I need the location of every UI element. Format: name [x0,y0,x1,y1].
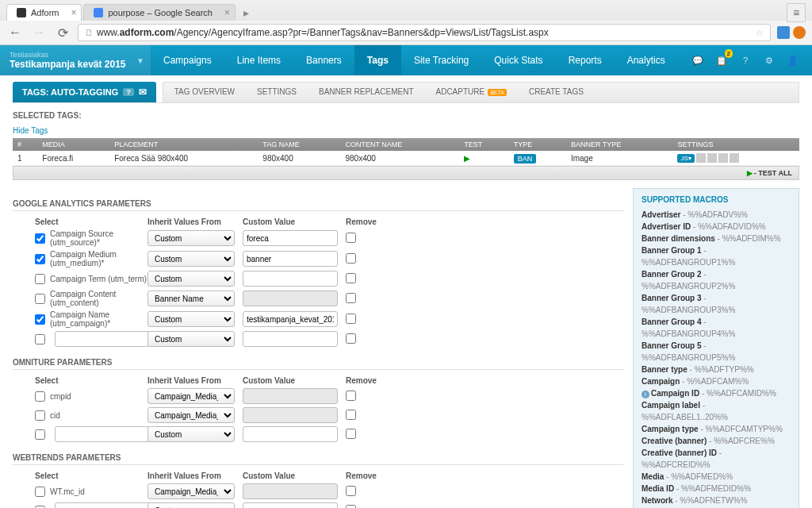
th-banner-type[interactable]: BANNER TYPE [566,138,673,151]
custom-value-input[interactable] [243,331,338,347]
nav-banners[interactable]: Banners [293,45,354,75]
th-settings[interactable]: SETTINGS [672,138,799,151]
th-test[interactable]: TEST [459,138,509,151]
inherit-select[interactable]: Campaign_Media_Bann [147,483,235,499]
custom-value-input[interactable] [243,502,338,508]
nav-reports[interactable]: Reports [556,45,615,75]
inherit-select[interactable]: Campaign_Media_Bann [147,407,235,423]
th-index[interactable]: # [13,138,37,151]
param-checkbox[interactable] [35,274,45,284]
back-button[interactable]: ← [6,24,24,41]
remove-checkbox[interactable] [346,253,356,264]
macro-row[interactable]: Campaign label - %%ADFLABEL1..20%% [642,399,791,423]
nav-analytics[interactable]: Analytics [615,45,678,75]
remove-checkbox[interactable] [346,293,356,303]
sub-tab-tag-overview[interactable]: TAG OVERVIEW [163,83,246,102]
inherit-select[interactable]: Custom [147,251,235,267]
nav-campaigns[interactable]: Campaigns [151,45,224,75]
param-checkbox[interactable] [35,410,45,421]
mail-icon[interactable]: ✉ [139,87,147,98]
setting-icon[interactable] [696,153,706,163]
cell-test[interactable]: ▶ [459,151,509,166]
settings-gear-icon[interactable]: ⚙ [761,52,777,68]
macro-row[interactable]: Campaign type - %%ADFCAMTYP%% [642,423,791,435]
help-icon[interactable]: ? [737,52,753,68]
remove-checkbox[interactable] [346,505,356,509]
macro-row[interactable]: Banner Group 2 - %%ADFBANGROUP2%% [642,268,791,292]
th-tag-name[interactable]: TAG NAME [258,138,340,151]
remove-checkbox[interactable] [346,410,356,420]
param-name-input[interactable] [55,426,150,442]
inherit-select[interactable]: Custom [147,311,235,327]
remove-checkbox[interactable] [346,314,356,324]
bookmark-star-icon[interactable]: ☆ [756,28,764,38]
remove-checkbox[interactable] [346,391,356,401]
custom-value-input[interactable] [243,426,338,442]
param-name-input[interactable] [55,331,150,347]
macro-row[interactable]: Media - %%ADFMED%% [642,471,791,483]
nav-line-items[interactable]: Line Items [224,45,293,75]
macro-row[interactable]: Media ID - %%ADFMEDID%% [642,483,791,495]
help-badge[interactable]: ? [123,88,134,96]
remove-checkbox[interactable] [346,429,356,439]
nav-site-tracking[interactable]: Site Tracking [401,45,481,75]
sub-tab-create-tags[interactable]: CREATE TAGS [518,83,595,102]
inherit-select[interactable]: Campaign_Media_Bann [147,388,235,404]
remove-checkbox[interactable] [346,333,356,344]
inherit-select[interactable]: Custom [147,502,235,508]
sub-tab-adcapture[interactable]: ADCAPTURE [425,83,518,102]
th-content-name[interactable]: CONTENT NAME [340,138,459,151]
remove-checkbox[interactable] [346,233,356,243]
nav-tags[interactable]: Tags [354,45,401,75]
extension-icon[interactable] [793,26,806,39]
macro-row[interactable]: Banner Group 3 - %%ADFBANGROUP3%% [642,292,791,316]
macro-row[interactable]: Banner Group 1 - %%ADFBANGROUP1%% [642,244,791,268]
forward-button[interactable]: → [30,24,48,41]
campaign-selector[interactable]: Testiasiakas Testikampanja kevät 2015 ▼ [0,45,151,75]
nav-quick-stats[interactable]: Quick Stats [481,45,555,75]
close-icon[interactable]: × [71,7,76,18]
remove-checkbox[interactable] [346,273,356,283]
macro-row[interactable]: Banner Group 5 - %%ADFBANGROUP5%% [642,340,791,364]
new-tab-button[interactable]: ▸ [237,5,255,21]
browser-tab-google[interactable]: pourpose – Google Search × [83,4,235,21]
chat-icon[interactable]: 💬 [690,52,706,68]
clipboard-icon[interactable]: 📋2 [714,52,730,68]
custom-value-input[interactable] [243,271,338,287]
chrome-menu-button[interactable]: ≡ [787,3,806,22]
close-icon[interactable]: × [224,7,230,18]
inherit-select[interactable]: Custom [147,230,235,246]
extension-icon[interactable] [777,26,790,39]
inherit-select[interactable]: Custom [147,331,235,347]
th-placement[interactable]: PLACEMENT [109,138,258,151]
param-checkbox[interactable] [35,254,45,264]
param-checkbox[interactable] [35,233,45,244]
macro-row[interactable]: Banner type - %%ADFTYP%% [642,364,791,375]
remove-checkbox[interactable] [346,486,356,496]
macro-row[interactable]: iCampaign ID - %%ADFCAMID%% [642,387,791,399]
test-all-row[interactable]: ▶- TEST ALL [13,166,799,180]
setting-icon[interactable] [730,153,739,163]
custom-value-input[interactable] [243,311,338,327]
url-bar[interactable]: 🗋 www.adform.com/Agency/AgencyIframe.asp… [78,24,771,41]
th-media[interactable]: MEDIA [37,138,109,151]
macro-row[interactable]: Advertiser ID - %%ADFADVID%% [642,221,791,233]
sub-tab-banner-replacement[interactable]: BANNER REPLACEMENT [308,83,424,102]
sub-tab-auto-tagging[interactable]: TAGS: AUTO-TAGGING ? ✉ [13,82,156,102]
param-name-input[interactable] [55,502,150,508]
hide-tags-link[interactable]: Hide Tags [13,126,48,135]
param-checkbox[interactable] [35,334,45,344]
sub-tab-settings[interactable]: SETTINGS [246,83,308,102]
param-checkbox[interactable] [35,429,45,440]
macro-row[interactable]: Campaign - %%ADFCAM%% [642,375,791,387]
macro-row[interactable]: Banner dimensions - %%ADFDIM%% [642,233,791,244]
param-checkbox[interactable] [35,487,45,497]
reload-button[interactable]: ⟳ [54,24,71,41]
play-icon[interactable]: ▶ [464,154,470,163]
inherit-select[interactable]: Custom [147,426,235,442]
param-checkbox[interactable] [35,314,45,325]
param-checkbox[interactable] [35,391,45,402]
js-badge[interactable]: JS▾ [677,154,694,163]
param-checkbox[interactable] [35,294,45,304]
browser-tab-adform[interactable]: Adform × [6,4,82,21]
